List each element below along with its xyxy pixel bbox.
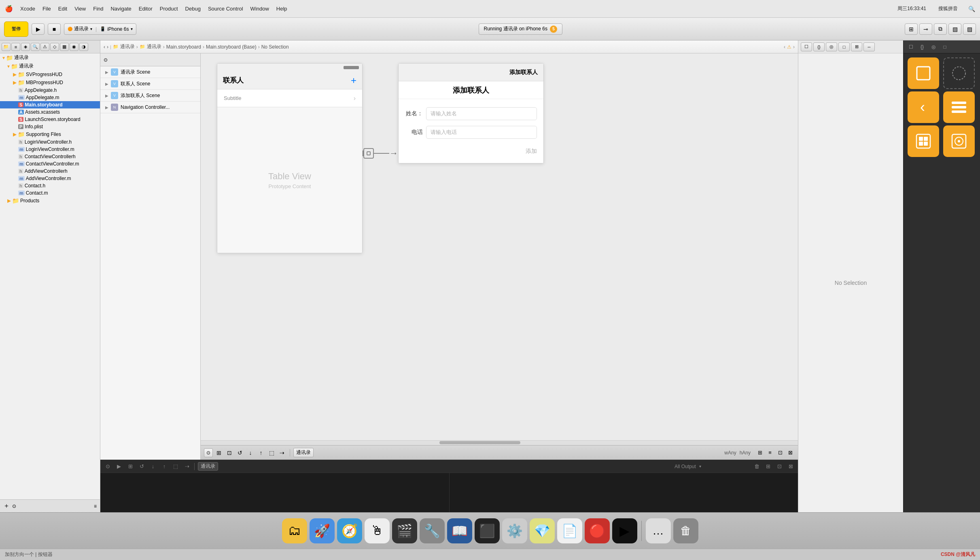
view-toggle-1[interactable]: ⊞ [755,448,764,457]
debug-btn-6[interactable]: ↑ [160,462,168,471]
scene-item-navcontroller[interactable]: ▶ N Navigation Controller... [100,102,200,113]
menu-debug[interactable]: Debug [185,6,201,12]
canvas-scroll-area[interactable]: 联系人 + Subtitle › Table View [201,53,798,440]
search-nav-btn[interactable]: 🔍 [31,43,40,51]
debug-btn-1[interactable]: ⊙ [104,462,112,471]
breakpoint-nav-btn[interactable]: ◉ [70,43,78,51]
path-segment-1[interactable]: 通讯录 [120,43,135,50]
menu-editor[interactable]: Editor [139,6,153,12]
dock-pages[interactable]: 📄 [557,518,582,543]
tree-products[interactable]: ▶ 📁 Products [0,197,100,205]
obj-item-3[interactable]: ‹ [908,91,939,123]
canvas-up-btn[interactable]: ↑ [257,448,265,457]
stop-button[interactable]: ■ [48,23,61,35]
warning-badge[interactable]: 5 [550,25,557,33]
back-forward[interactable]: ⊸ [919,23,932,35]
obj-item-6[interactable] [943,125,975,157]
dock-red-app[interactable]: 🔴 [585,518,610,543]
pause-button[interactable]: 暂停 [4,21,28,37]
canvas-scrollbar-h[interactable] [201,440,798,445]
insp-btn-size[interactable]: ⊞ [851,42,862,51]
issue-nav-btn[interactable]: ⚠ [40,43,49,51]
dock-media[interactable]: ▶ [612,518,637,543]
tree-root-group[interactable]: ▾ 📁 通讯录 [0,53,100,62]
git-nav-btn[interactable]: ≡ [11,43,20,51]
canvas-grid-btn[interactable]: ⊞ [214,448,223,457]
tree-contact-m[interactable]: m Contact.m [0,189,100,197]
obj-item-1[interactable] [908,57,939,89]
debug-btn-5[interactable]: ↓ [149,462,157,471]
menu-help[interactable]: Help [276,6,287,12]
debug-btn-2[interactable]: ▶ [115,462,123,471]
menu-file[interactable]: File [42,6,51,12]
path-nav-left[interactable]: ‹ [104,44,105,50]
debug-trash-btn[interactable]: 🗑 [753,462,761,471]
view-toggle-2[interactable]: ≡ [766,448,774,457]
scene-item-lianxiren[interactable]: ▶ V 联系人 Scene [100,78,200,90]
tree-appdelegate-m[interactable]: m AppDelegate.m [0,94,100,101]
dock-book[interactable]: 📖 [447,518,472,543]
path-segment-2[interactable]: 通讯录 [147,43,161,50]
path-segment-mainstoryboard[interactable]: Main.storyboard [166,44,201,50]
canvas-zoom-btn[interactable]: ⊙ [204,448,213,457]
scrollbar-thumb-h[interactable] [439,441,520,444]
dock-mouse[interactable]: 🖱 [365,518,390,543]
scene-item-addcontact[interactable]: ▶ V 添加联系人 Scene [100,90,200,102]
obj-item-2[interactable] [943,57,975,89]
tree-info-plist[interactable]: P Info.plist [0,123,100,130]
dock-safari[interactable]: 🧭 [337,518,362,543]
canvas-area[interactable]: 联系人 + Subtitle › Table View [201,53,798,460]
path-nav-right[interactable]: › [107,44,108,50]
test-nav-btn[interactable]: ◇ [50,43,59,51]
search-menubar-icon[interactable]: 🔍 [968,6,975,12]
tree-svprogress[interactable]: ▶ 📁 SVProgressHUD [0,70,100,78]
insp-btn-identity[interactable]: ◎ [826,42,837,51]
dock-sketch[interactable]: 💎 [530,518,555,543]
obj-item-4[interactable] [943,91,975,123]
canvas-down-btn[interactable]: ↓ [246,448,255,457]
path-nav-prev[interactable]: ‹ [784,44,785,50]
view-toggle-3[interactable]: ⊡ [776,448,785,457]
debug-btn-4[interactable]: ↺ [138,462,146,471]
screen1-table-cell[interactable]: Subtitle › [217,89,362,107]
add-file-button[interactable]: ＋ [3,502,10,510]
tree-launch-storyboard[interactable]: S LaunchScreen.storyboard [0,116,100,123]
symbol-nav-btn[interactable]: ◈ [21,43,30,51]
dock-tools[interactable]: 🔧 [420,518,445,543]
menu-xcode[interactable]: Xcode [20,6,35,12]
canvas-layout-btn[interactable]: ⬚ [267,448,276,457]
tree-assets[interactable]: A Assets.xcassets [0,108,100,116]
dock-quicktime[interactable]: 🎬 [392,518,417,543]
menu-view[interactable]: View [74,6,86,12]
filter-button[interactable]: ⊙ [12,503,16,509]
debug-split-btn[interactable]: ⊡ [775,462,783,471]
path-segment-noselection[interactable]: No Selection [261,44,289,50]
form-input-phone[interactable]: 请输入电话 [426,126,537,139]
menu-find[interactable]: Find [93,6,103,12]
debug-close-btn[interactable]: ⊠ [787,462,795,471]
apple-menu[interactable]: 🍎 [5,5,13,13]
dock-trash[interactable]: 🗑 [673,518,698,543]
dock-terminal[interactable]: ⬛ [475,518,500,543]
canvas-undo-btn[interactable]: ↺ [235,448,244,457]
debug-btn-3[interactable]: ⊞ [126,462,134,471]
dock-finder[interactable]: 🗂 [282,518,307,543]
path-nav-next[interactable]: › [793,44,795,50]
menu-edit[interactable]: Edit [58,6,67,12]
tree-contact-h[interactable]: h Contact.h [0,182,100,189]
tree-mbprogress[interactable]: ▶ 📁 MBProgressHUD [0,78,100,87]
canvas-snap-btn[interactable]: ⊡ [225,448,234,457]
inspector-toggle[interactable]: ▨ [963,23,976,35]
insp-btn-connections[interactable]: ↔ [863,42,875,51]
view-toggle-4[interactable]: ⊠ [786,448,795,457]
menu-window[interactable]: Window [250,6,269,12]
debug-scheme-label[interactable]: 通讯录 [198,462,218,471]
dock-more[interactable]: … [646,518,671,543]
screen1-add-button[interactable]: + [351,75,356,86]
scene-item-tongxunlu[interactable]: ▶ V 通讯录 Scene [100,66,200,78]
obj-lib-code-icon[interactable]: {} [917,42,927,52]
tree-addvc-m[interactable]: m AddViewController.m [0,175,100,182]
obj-item-5[interactable] [908,125,939,157]
tree-addvc-h[interactable]: h AddViewControllerh [0,168,100,175]
insp-btn-quick[interactable]: {} [813,42,825,51]
